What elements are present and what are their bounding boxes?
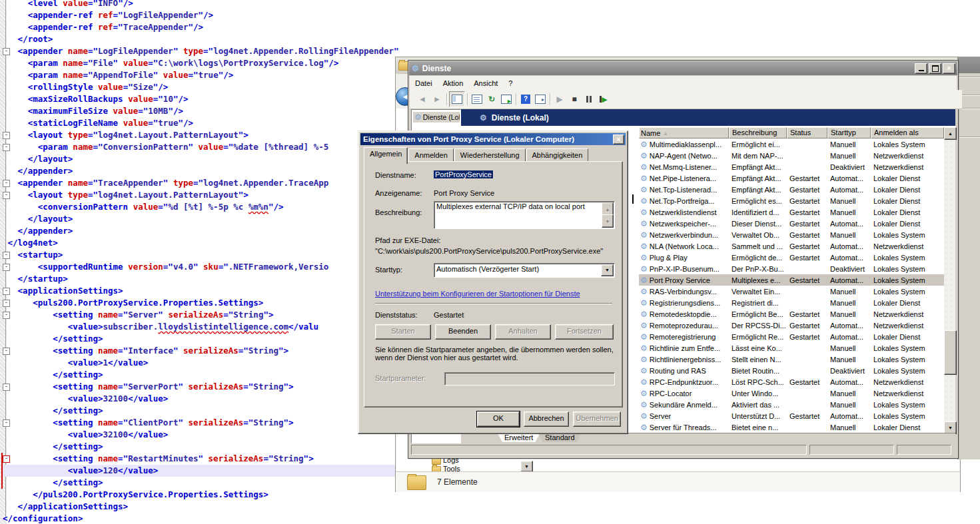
code-line[interactable]: </root>: [3, 33, 398, 45]
code-line[interactable]: <param name="AppendToFile" value="true"/…: [3, 69, 398, 81]
close-icon[interactable]: ×: [613, 134, 624, 144]
export-list-icon[interactable]: ►: [499, 92, 514, 107]
code-line[interactable]: <layout type="log4net.Layout.PatternLayo…: [3, 129, 398, 141]
fold-toggle-icon[interactable]: -: [3, 264, 10, 271]
table-row[interactable]: ⚙Sekundäre Anmeld...Aktiviert das ...Man…: [639, 399, 944, 410]
code-line[interactable]: <setting name="ClientPort" serializeAs="…: [3, 417, 398, 429]
starttyp-select[interactable]: Automatisch (Verzögerter Start) ▼: [434, 263, 615, 278]
table-row[interactable]: ⚙Richtlinie zum Entfe...Lässt eine Ko...…: [639, 342, 944, 354]
stop-service-icon[interactable]: ■: [567, 92, 582, 107]
menu-datei[interactable]: Datei: [410, 78, 438, 89]
code-line[interactable]: <maximumFileSize value="10MB"/>: [3, 105, 398, 117]
uebernehmen-button[interactable]: Übernehmen: [573, 411, 621, 427]
fold-toggle-icon[interactable]: -: [3, 192, 10, 199]
column-anmelden-als[interactable]: Anmelden als: [871, 127, 944, 138]
fold-toggle-icon[interactable]: -: [3, 144, 10, 151]
code-line[interactable]: <puls200.PortProxyService.Properties.Set…: [3, 297, 398, 309]
dialog-tabs[interactable]: Allgemein Anmelden Wiederherstellung Abh…: [364, 148, 589, 162]
beenden-button[interactable]: Beenden: [435, 324, 491, 340]
table-row[interactable]: ⚙NAP-Agent (Netwo...Mit dem NAP-...Manue…: [639, 150, 944, 161]
table-row[interactable]: ⚙Net.Pipe-Listenera...Empfängt Akt...Ges…: [639, 172, 944, 184]
back-icon[interactable]: ◄: [415, 92, 430, 107]
starten-button[interactable]: Starten: [375, 324, 431, 340]
code-line[interactable]: <appender name="LogFileAppender" type="l…: [3, 45, 398, 57]
table-row[interactable]: ⚙Server für Threads...Bietet eine n...Ma…: [639, 421, 944, 433]
code-line[interactable]: <conversionPattern value="%d [%t] %-5p %…: [3, 201, 398, 213]
table-row[interactable]: ⚙NetzwerklistendienstIdentifiziert d...G…: [639, 206, 944, 218]
code-line[interactable]: <appender-ref ref="LogFileAppender"/>: [3, 9, 398, 21]
ok-button[interactable]: OK: [477, 411, 520, 427]
fold-toggle-icon[interactable]: -: [3, 312, 10, 319]
code-lines[interactable]: <level value="INFO"/> <appender-ref ref=…: [3, 0, 398, 524]
menu-ansicht[interactable]: Ansicht: [468, 78, 503, 89]
services-table-body[interactable]: ⚙Multimediaklassenpl...Ermöglicht ei...M…: [639, 138, 944, 433]
tab-standard[interactable]: Standard: [538, 433, 582, 442]
fold-toggle-icon[interactable]: -: [3, 288, 10, 295]
table-row[interactable]: ⚙RPC-LocatorUnter Windo...ManuellNetzwer…: [639, 388, 944, 399]
scroll-down-icon[interactable]: ▼: [602, 214, 614, 228]
code-line[interactable]: <appender name="TraceAppender" type="log…: [3, 177, 398, 189]
code-line[interactable]: <setting name="ServerPort" serializeAs="…: [3, 381, 398, 393]
fold-toggle-icon[interactable]: -: [3, 180, 10, 187]
table-row[interactable]: ⚙RemoteregistrierungErmöglicht Re...Gest…: [639, 331, 944, 342]
table-row[interactable]: ⚙Net.Tcp-Listenerad...Empfängt Akt...Ges…: [639, 184, 944, 195]
table-row[interactable]: ⚙PnP-X-IP-Busenum...Der PnP-X-Bu...Deakt…: [639, 263, 944, 274]
fold-toggle-icon[interactable]: -: [3, 48, 10, 55]
dienstname-value[interactable]: PortProxyService: [434, 170, 493, 178]
services-titlebar[interactable]: ⚙ Dienste ×: [409, 61, 957, 75]
code-line[interactable]: <level value="INFO"/>: [3, 0, 398, 9]
fold-toggle-icon[interactable]: -: [3, 300, 10, 307]
code-line[interactable]: <appender-ref ref="TraceAppender"/>: [3, 21, 398, 33]
table-row[interactable]: ⚙Netzwerkspeicher-...Dieser Dienst...Ges…: [639, 218, 944, 229]
startoptions-help-link[interactable]: Unterstützung beim Konfigurieren der Sta…: [375, 290, 580, 298]
start-service-icon[interactable]: ▶: [552, 92, 567, 107]
startparameter-input[interactable]: [444, 372, 615, 386]
table-row[interactable]: ⚙Registrierungsdiens...Registriert di...…: [639, 297, 944, 308]
table-row[interactable]: ⚙Port Proxy ServiceMultiplexes e...Gesta…: [639, 274, 944, 286]
menubar[interactable]: Datei Aktion Ansicht ?: [410, 76, 957, 91]
table-row[interactable]: ⚙Net.Tcp-Portfreiga...Ermöglicht es...Ge…: [639, 195, 944, 206]
scroll-up-icon[interactable]: ▲: [602, 202, 614, 216]
fold-toggle-icon[interactable]: -: [3, 252, 10, 259]
view-tabs[interactable]: Erweitert Standard: [461, 433, 955, 443]
table-row[interactable]: ⚙RPC-Endpunktzuor...Löst RPC-Sch...Gesta…: [639, 376, 944, 388]
chevron-down-icon[interactable]: ▼: [601, 264, 614, 276]
table-row[interactable]: ⚙Remotedesktopdie...Ermöglicht Be...Gest…: [639, 308, 944, 320]
code-line[interactable]: <layout type="log4net.Layout.PatternLayo…: [3, 189, 398, 201]
code-line[interactable]: </setting>: [3, 369, 398, 381]
code-line[interactable]: <param name="File" value="C:\work\logs\P…: [3, 57, 398, 69]
properties-icon[interactable]: [470, 92, 484, 107]
code-line[interactable]: <value>32100</value>: [3, 429, 398, 441]
table-row[interactable]: ⚙Multimediaklassenpl...Ermöglicht ei...M…: [639, 138, 944, 150]
column-beschreibung[interactable]: Beschreibung: [729, 127, 787, 138]
abbrechen-button[interactable]: Abbrechen: [524, 411, 569, 427]
table-row[interactable]: ⚙Plug & PlayErmöglicht de...GestartetAut…: [639, 252, 944, 263]
code-line[interactable]: <supportedRuntime version="v4.0" sku=".N…: [3, 261, 398, 273]
sidebar-item-dienste-lokal[interactable]: ⚙ Dienste (Lokal): [413, 112, 460, 123]
code-line[interactable]: <maxSizeRollBackups value="10"/>: [3, 93, 398, 105]
code-line[interactable]: <applicationSettings>: [3, 285, 398, 297]
tab-allgemein[interactable]: Allgemein: [364, 147, 408, 164]
table-row[interactable]: ⚙RAS-Verbindungsv...Verwaltet Ein...Manu…: [639, 286, 944, 297]
code-line[interactable]: <rollingStyle value="Size"/>: [3, 81, 398, 93]
fold-toggle-icon[interactable]: -: [3, 419, 10, 427]
dialog-titlebar[interactable]: Eigenschaften von Port Proxy Service (Lo…: [360, 133, 626, 145]
code-line[interactable]: <setting name="Interface" serializeAs="S…: [3, 345, 398, 357]
code-line[interactable]: </applicationSettings>: [3, 501, 398, 513]
code-line[interactable]: <setting name="RestartMinutes" serialize…: [3, 453, 398, 465]
code-line[interactable]: <value>subscriber.lloydslistintelligence…: [3, 321, 398, 333]
table-row[interactable]: ⚙NLA (Network Loca...Sammelt und ...Gest…: [639, 240, 944, 252]
services-table[interactable]: Name▲ Beschreibung Status Starttyp Anmel…: [639, 127, 944, 433]
help-icon[interactable]: ?: [518, 92, 533, 107]
code-line[interactable]: </log4net>: [3, 237, 398, 249]
menu-aktion[interactable]: Aktion: [438, 78, 469, 89]
code-line[interactable]: </appender>: [3, 225, 398, 237]
code-line[interactable]: <value>1</value>: [3, 357, 398, 369]
code-line[interactable]: </setting>: [3, 405, 398, 417]
code-line[interactable]: </setting>: [3, 333, 398, 345]
restart-service-icon[interactable]: ▶: [596, 92, 611, 107]
anhalten-button[interactable]: Anhalten: [495, 324, 551, 340]
fold-toggle-icon[interactable]: -: [3, 455, 10, 463]
refresh-icon[interactable]: ↻: [484, 92, 499, 107]
table-scrollbar[interactable]: ▲ ▼: [944, 127, 955, 433]
